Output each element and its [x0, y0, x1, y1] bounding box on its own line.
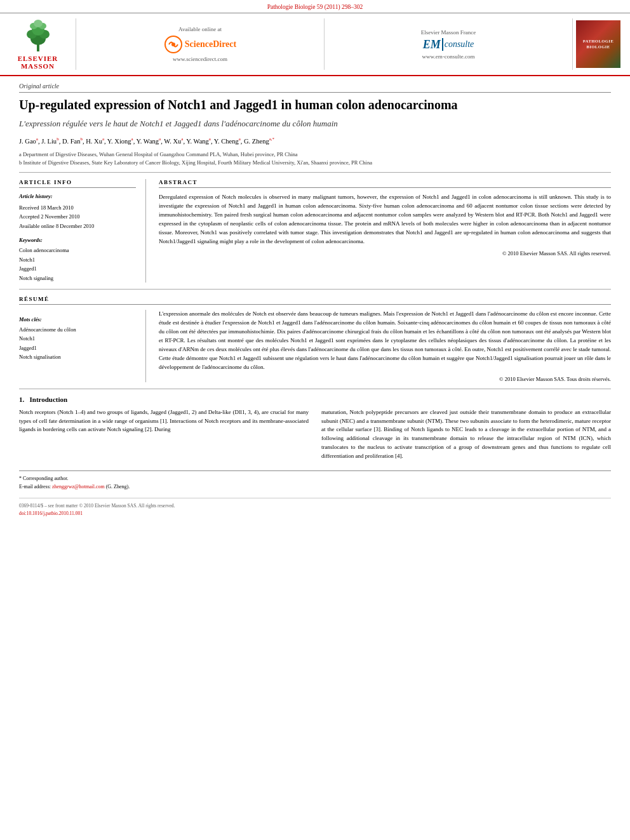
- article-info-col: ARTICLE INFO Article history: Received 1…: [19, 179, 146, 283]
- intro-text-col1: Notch receptors (Notch 1–4) and two grou…: [19, 408, 309, 435]
- available-text: Available online at: [178, 26, 222, 32]
- pb-box: PATHOLOGIEBIOLOGIE: [576, 20, 620, 68]
- mots-cles-col: Mots clés: Adénocarcinome du côlon Notch…: [19, 310, 146, 382]
- resume-text: L'expression anormale des molécules de N…: [159, 310, 611, 372]
- footer-doi[interactable]: doi:10.1016/j.patbio.2010.11.001: [19, 510, 611, 517]
- resume-text-col: L'expression anormale des molécules de N…: [159, 310, 611, 382]
- elsevier-logo: ELSEVIER MASSON: [6, 18, 76, 70]
- journal-title: Pathologie Biologie 59 (2011) 298–302: [267, 4, 363, 10]
- em-logo-group: EM consulte: [423, 38, 474, 51]
- email-note: E-mail address: zhenggrwz@hotmail.com (G…: [19, 483, 611, 491]
- footer-bar: 0369-8114/$ – see front matter © 2010 El…: [19, 498, 611, 517]
- article-type: Original article: [19, 83, 611, 93]
- footer-issn: 0369-8114/$ – see front matter © 2010 El…: [19, 502, 611, 510]
- journal-bar: Pathologie Biologie 59 (2011) 298–302: [0, 0, 630, 13]
- article-content: Original article Up-regulated expression…: [0, 76, 630, 524]
- em-consulte-text: consulte: [445, 39, 474, 50]
- mots-cles-label: Mots clés:: [19, 316, 136, 323]
- affiliations: a Department of Digestive Diseases, Wuha…: [19, 150, 611, 173]
- page: Pathologie Biologie 59 (2011) 298–302 EL…: [0, 0, 630, 524]
- em-text: EM: [423, 38, 441, 51]
- resume-header: RÉSUMÉ: [19, 296, 611, 305]
- elsevier-tree-icon: [22, 18, 54, 53]
- em-bar-icon: [442, 38, 443, 51]
- keyword-2: Notch1: [19, 255, 136, 264]
- abstract-header: ABSTRACT: [159, 179, 611, 188]
- keyword-3: Jagged1: [19, 264, 136, 273]
- keyword-1: Colon adenocarcinoma: [19, 246, 136, 255]
- em-logo: Elsevier Masson France EM consulte www.e…: [325, 18, 573, 70]
- intro-section-num: 1.: [19, 396, 24, 403]
- sciencedirect-logo: Available online at ScienceDirect www.sc…: [76, 18, 325, 70]
- affil-a: a Department of Digestive Diseases, Wuha…: [19, 150, 611, 159]
- sd-url[interactable]: www.sciencedirect.com: [173, 56, 227, 62]
- em-url[interactable]: www.em-consulte.com: [422, 53, 475, 60]
- intro-body: Notch receptors (Notch 1–4) and two grou…: [19, 408, 611, 462]
- mk-4: Notch signalisation: [19, 352, 136, 361]
- intro-col2: maturation, Notch polypeptide precursors…: [321, 408, 611, 462]
- mk-3: Jagged1: [19, 343, 136, 352]
- mk-2: Notch1: [19, 334, 136, 343]
- intro-section-title: Introduction: [30, 396, 68, 403]
- accepted-date: Accepted 2 November 2010: [19, 212, 136, 221]
- received-date: Received 18 March 2010: [19, 203, 136, 212]
- sd-icon: [164, 35, 183, 54]
- sd-logo-group: ScienceDirect: [164, 35, 236, 54]
- pb-title: PATHOLOGIEBIOLOGIE: [583, 39, 613, 50]
- footnotes: * Corresponding author. E-mail address: …: [19, 470, 611, 491]
- elsevier-brand: ELSEVIER: [18, 55, 58, 62]
- svg-point-9: [171, 43, 175, 46]
- resume-two-col: Mots clés: Adénocarcinome du côlon Notch…: [19, 310, 611, 382]
- available-date: Available online 8 December 2010: [19, 222, 136, 230]
- header-logos: ELSEVIER MASSON Available online at Scie…: [0, 13, 630, 76]
- resume-section: RÉSUMÉ Mots clés: Adénocarcinome du côlo…: [19, 296, 611, 389]
- email-label: E-mail address:: [19, 484, 51, 490]
- article-title-en: Up-regulated expression of Notch1 and Ja…: [19, 97, 611, 113]
- email-address[interactable]: zhenggrwz@hotmail.com: [52, 484, 105, 490]
- pb-logo: PATHOLOGIEBIOLOGIE: [573, 18, 624, 70]
- article-history-label: Article history:: [19, 193, 136, 199]
- article-title-fr: L'expression régulée vers le haut de Not…: [19, 118, 611, 130]
- intro-text-col2: maturation, Notch polypeptide precursors…: [321, 408, 611, 462]
- intro-section: 1. Introduction Notch receptors (Notch 1…: [19, 396, 611, 517]
- intro-col1: Notch receptors (Notch 1–4) and two grou…: [19, 408, 309, 462]
- keywords-label: Keywords:: [19, 237, 136, 243]
- em-brand: Elsevier Masson France: [421, 29, 476, 36]
- article-info-header: ARTICLE INFO: [19, 179, 136, 188]
- affil-b: b Institute of Digestive Diseases, State…: [19, 159, 611, 167]
- sd-name: ScienceDirect: [185, 39, 236, 50]
- svg-point-7: [34, 20, 43, 27]
- resume-copyright: © 2010 Elsevier Masson SAS. Tous droits …: [159, 376, 611, 382]
- keyword-4: Notch signaling: [19, 274, 136, 283]
- abstract-text: Deregulated expression of Notch molecule…: [159, 193, 611, 246]
- abstract-copyright: © 2010 Elsevier Masson SAS. All rights r…: [159, 250, 611, 257]
- mk-1: Adénocarcinome du côlon: [19, 325, 136, 334]
- corresponding-note: * Corresponding author.: [19, 475, 611, 483]
- masson-brand: MASSON: [21, 62, 55, 70]
- intro-title: 1. Introduction: [19, 396, 611, 403]
- email-person: (G. Zheng).: [106, 484, 130, 490]
- abstract-col: ABSTRACT Deregulated expression of Notch…: [159, 179, 611, 283]
- authors-line: J. Gaoa, J. Liub, D. Fanb, H. Xua, Y. Xi…: [19, 136, 611, 147]
- info-abstract-section: ARTICLE INFO Article history: Received 1…: [19, 179, 611, 290]
